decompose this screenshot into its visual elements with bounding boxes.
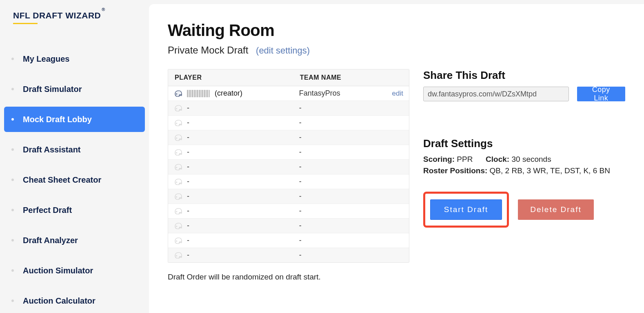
brand-title: NFL DRAFT WIZARD (13, 11, 101, 20)
table-row: (creator)FantasyProsedit (168, 86, 409, 101)
brand: NFL DRAFT WIZARD® (4, 11, 145, 27)
player-cell: - (168, 174, 293, 189)
table-row: -- (168, 160, 409, 174)
sidebar-item-mock-draft-lobby[interactable]: Mock Draft Lobby (4, 107, 145, 132)
col-player: PLAYER (168, 69, 293, 86)
start-draft-button[interactable]: Start Draft (430, 199, 502, 220)
sidebar: NFL DRAFT WIZARD® My LeaguesDraft Simula… (0, 0, 149, 313)
col-team: TEAM NAME (293, 69, 409, 86)
table-row: -- (168, 204, 409, 219)
page-title: Waiting Room (168, 21, 625, 40)
nav-dot-icon (11, 269, 14, 272)
svg-point-8 (176, 211, 177, 212)
player-name: - (187, 133, 189, 142)
player-name: - (187, 177, 189, 186)
player-table: PLAYER TEAM NAME (creator)FantasyProsedi… (168, 69, 409, 263)
helmet-icon (174, 105, 183, 112)
team-cell: - (293, 219, 409, 233)
copy-link-button[interactable]: Copy Link (577, 87, 625, 101)
helmet-icon (174, 222, 183, 230)
player-name: - (187, 221, 189, 230)
player-cell: - (168, 145, 293, 160)
table-row: -- (168, 189, 409, 204)
team-name: - (299, 163, 302, 171)
helmet-icon (174, 134, 183, 141)
brand-underline (13, 23, 38, 24)
player-cell: - (168, 130, 293, 145)
player-cell: (creator) (168, 86, 293, 101)
player-name: - (187, 104, 189, 112)
svg-point-4 (176, 152, 177, 153)
svg-point-6 (176, 181, 177, 183)
sidebar-item-label: Cheat Sheet Creator (23, 175, 101, 185)
sidebar-item-perfect-draft[interactable]: Perfect Draft (4, 197, 145, 223)
sidebar-item-draft-analyzer[interactable]: Draft Analyzer (4, 228, 145, 253)
svg-point-2 (176, 123, 177, 124)
svg-point-9 (176, 226, 177, 227)
nav-dot-icon (11, 58, 14, 60)
player-name-redacted (187, 90, 210, 97)
svg-point-10 (176, 240, 177, 241)
team-name: - (299, 148, 302, 156)
start-draft-highlight: Start Draft (423, 192, 509, 228)
nav-dot-icon (11, 118, 14, 121)
settings-line-2: Roster Positions: QB, 2 RB, 3 WR, TE, DS… (423, 166, 625, 175)
svg-point-7 (176, 196, 177, 197)
sidebar-item-label: Draft Assistant (23, 145, 81, 154)
sidebar-item-auction-simulator[interactable]: Auction Simulator (4, 258, 145, 283)
svg-point-3 (176, 137, 177, 139)
table-row: -- (168, 219, 409, 233)
team-cell: - (293, 174, 409, 189)
team-name: - (299, 236, 302, 244)
nav-dot-icon (11, 88, 14, 90)
team-name: - (299, 118, 302, 127)
nav-dot-icon (11, 300, 14, 302)
share-url-input[interactable] (423, 87, 569, 101)
delete-draft-button[interactable]: Delete Draft (518, 199, 594, 220)
player-cell: - (168, 204, 293, 219)
table-row: -- (168, 101, 409, 116)
edit-settings-link[interactable]: (edit settings) (256, 45, 310, 56)
edit-team-link[interactable]: edit (392, 89, 403, 98)
player-cell: - (168, 248, 293, 263)
draft-order-note: Draft Order will be randomized on draft … (168, 273, 409, 282)
team-name: - (299, 104, 302, 112)
team-cell: - (293, 130, 409, 145)
sidebar-item-my-leagues[interactable]: My Leagues (4, 46, 145, 72)
sidebar-item-cheat-sheet-creator[interactable]: Cheat Sheet Creator (4, 167, 145, 192)
creator-label: (creator) (215, 89, 242, 98)
helmet-icon (174, 90, 183, 97)
sidebar-item-label: Mock Draft Lobby (23, 115, 92, 124)
team-name: - (299, 207, 302, 215)
table-row: -- (168, 130, 409, 145)
page-subtitle-row: Private Mock Draft (edit settings) (168, 45, 625, 56)
player-cell: - (168, 189, 293, 204)
nav-dot-icon (11, 239, 14, 241)
table-row: -- (168, 145, 409, 160)
sidebar-item-label: Auction Calculator (23, 296, 95, 306)
team-cell: - (293, 248, 409, 263)
page-subtitle: Private Mock Draft (168, 45, 248, 56)
player-name: - (187, 163, 189, 171)
helmet-icon (174, 193, 183, 200)
team-cell: - (293, 116, 409, 130)
player-cell: - (168, 101, 293, 116)
nav-dot-icon (11, 209, 14, 211)
sidebar-item-label: My Leagues (23, 54, 69, 64)
player-name: - (187, 148, 189, 156)
helmet-icon (174, 119, 183, 127)
table-row: -- (168, 248, 409, 263)
player-name: - (187, 192, 189, 201)
svg-point-1 (176, 108, 177, 109)
sidebar-item-label: Perfect Draft (23, 206, 72, 215)
sidebar-item-draft-assistant[interactable]: Draft Assistant (4, 137, 145, 162)
team-cell: FantasyProsedit (293, 86, 409, 101)
player-name: - (187, 207, 189, 215)
sidebar-item-draft-simulator[interactable]: Draft Simulator (4, 76, 145, 102)
settings-title: Draft Settings (423, 137, 625, 150)
sidebar-item-auction-calculator[interactable]: Auction Calculator (4, 288, 145, 313)
team-cell: - (293, 145, 409, 160)
settings-line-1: Scoring: PPR Clock: 30 seconds (423, 155, 625, 164)
helmet-icon (174, 149, 183, 156)
player-cell: - (168, 233, 293, 248)
